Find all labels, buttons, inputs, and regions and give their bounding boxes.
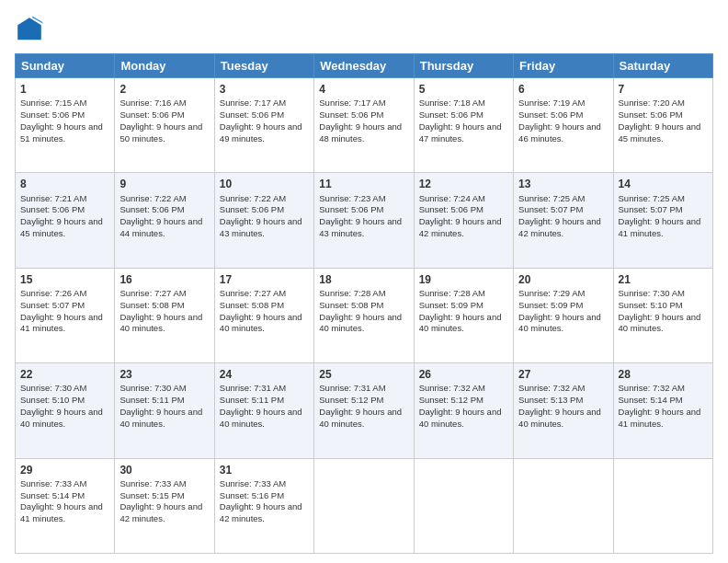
day-number: 10: [220, 177, 309, 191]
day-header-tuesday: Tuesday: [214, 54, 313, 78]
calendar-cell: 23Sunrise: 7:30 AMSunset: 5:11 PMDayligh…: [115, 363, 214, 458]
day-info: Sunrise: 7:23 AMSunset: 5:06 PMDaylight:…: [319, 193, 402, 238]
day-info: Sunrise: 7:19 AMSunset: 5:06 PMDaylight:…: [518, 98, 601, 143]
day-info: Sunrise: 7:32 AMSunset: 5:13 PMDaylight:…: [518, 383, 601, 428]
calendar-cell: 21Sunrise: 7:30 AMSunset: 5:10 PMDayligh…: [613, 268, 712, 362]
day-info: Sunrise: 7:28 AMSunset: 5:08 PMDaylight:…: [319, 288, 402, 333]
day-number: 23: [119, 367, 209, 382]
calendar-header-row: SundayMondayTuesdayWednesdayThursdayFrid…: [16, 54, 713, 78]
day-info: Sunrise: 7:15 AMSunset: 5:06 PMDaylight:…: [20, 98, 103, 143]
week-row-2: 8Sunrise: 7:21 AMSunset: 5:06 PMDaylight…: [16, 173, 713, 268]
calendar-cell: 25Sunrise: 7:31 AMSunset: 5:12 PMDayligh…: [314, 363, 414, 458]
day-header-saturday: Saturday: [613, 54, 712, 78]
calendar-cell: 22Sunrise: 7:30 AMSunset: 5:10 PMDayligh…: [16, 363, 115, 458]
day-info: Sunrise: 7:21 AMSunset: 5:06 PMDaylight:…: [20, 193, 103, 238]
calendar-cell: 27Sunrise: 7:32 AMSunset: 5:13 PMDayligh…: [514, 363, 613, 458]
day-info: Sunrise: 7:30 AMSunset: 5:10 PMDaylight:…: [619, 288, 701, 333]
day-info: Sunrise: 7:30 AMSunset: 5:11 PMDaylight:…: [119, 383, 202, 428]
calendar-cell: 11Sunrise: 7:23 AMSunset: 5:06 PMDayligh…: [314, 173, 414, 268]
calendar-cell: 30Sunrise: 7:33 AMSunset: 5:15 PMDayligh…: [115, 458, 214, 553]
day-info: Sunrise: 7:33 AMSunset: 5:16 PMDaylight:…: [220, 478, 302, 523]
day-info: Sunrise: 7:33 AMSunset: 5:14 PMDaylight:…: [20, 478, 103, 523]
logo: [15, 15, 48, 44]
calendar-cell: [514, 458, 613, 553]
week-row-5: 29Sunrise: 7:33 AMSunset: 5:14 PMDayligh…: [16, 458, 713, 553]
calendar-cell: 24Sunrise: 7:31 AMSunset: 5:11 PMDayligh…: [214, 363, 313, 458]
calendar-cell: 28Sunrise: 7:32 AMSunset: 5:14 PMDayligh…: [613, 363, 712, 458]
day-info: Sunrise: 7:22 AMSunset: 5:06 PMDaylight:…: [220, 193, 302, 238]
day-number: 7: [619, 82, 708, 97]
day-number: 12: [419, 177, 508, 191]
day-header-thursday: Thursday: [414, 54, 513, 78]
day-number: 29: [20, 463, 109, 477]
day-number: 27: [518, 367, 608, 382]
day-number: 5: [419, 82, 508, 97]
day-info: Sunrise: 7:16 AMSunset: 5:06 PMDaylight:…: [119, 98, 202, 143]
week-row-3: 15Sunrise: 7:26 AMSunset: 5:07 PMDayligh…: [16, 268, 713, 362]
calendar-cell: 5Sunrise: 7:18 AMSunset: 5:06 PMDaylight…: [414, 78, 513, 173]
day-number: 20: [518, 272, 608, 287]
day-number: 1: [20, 82, 109, 97]
day-info: Sunrise: 7:26 AMSunset: 5:07 PMDaylight:…: [20, 288, 103, 333]
day-info: Sunrise: 7:28 AMSunset: 5:09 PMDaylight:…: [419, 288, 502, 333]
day-number: 31: [220, 463, 309, 477]
day-number: 4: [319, 82, 408, 97]
day-info: Sunrise: 7:24 AMSunset: 5:06 PMDaylight:…: [419, 193, 502, 238]
day-number: 15: [20, 272, 109, 287]
day-info: Sunrise: 7:17 AMSunset: 5:06 PMDaylight:…: [319, 98, 402, 143]
day-number: 22: [20, 367, 109, 382]
day-number: 24: [220, 367, 309, 382]
calendar-cell: 6Sunrise: 7:19 AMSunset: 5:06 PMDaylight…: [514, 78, 613, 173]
day-info: Sunrise: 7:20 AMSunset: 5:06 PMDaylight:…: [619, 98, 701, 143]
day-info: Sunrise: 7:31 AMSunset: 5:12 PMDaylight:…: [319, 383, 402, 428]
calendar-cell: 1Sunrise: 7:15 AMSunset: 5:06 PMDaylight…: [16, 78, 115, 173]
day-number: 25: [319, 367, 408, 382]
day-header-monday: Monday: [115, 54, 214, 78]
calendar-cell: 2Sunrise: 7:16 AMSunset: 5:06 PMDaylight…: [115, 78, 214, 173]
day-header-sunday: Sunday: [16, 54, 115, 78]
day-info: Sunrise: 7:29 AMSunset: 5:09 PMDaylight:…: [518, 288, 601, 333]
day-info: Sunrise: 7:27 AMSunset: 5:08 PMDaylight:…: [119, 288, 202, 333]
calendar-cell: 7Sunrise: 7:20 AMSunset: 5:06 PMDaylight…: [613, 78, 712, 173]
calendar-cell: [414, 458, 513, 553]
day-number: 9: [119, 177, 209, 191]
day-number: 8: [20, 177, 109, 191]
day-number: 19: [419, 272, 508, 287]
calendar-cell: 12Sunrise: 7:24 AMSunset: 5:06 PMDayligh…: [414, 173, 513, 268]
day-info: Sunrise: 7:27 AMSunset: 5:08 PMDaylight:…: [220, 288, 302, 333]
day-info: Sunrise: 7:25 AMSunset: 5:07 PMDaylight:…: [518, 193, 601, 238]
day-number: 16: [119, 272, 209, 287]
day-number: 2: [119, 82, 209, 97]
header: [15, 15, 713, 44]
week-row-4: 22Sunrise: 7:30 AMSunset: 5:10 PMDayligh…: [16, 363, 713, 458]
day-number: 21: [619, 272, 708, 287]
day-number: 11: [319, 177, 408, 191]
calendar-cell: 31Sunrise: 7:33 AMSunset: 5:16 PMDayligh…: [214, 458, 313, 553]
day-number: 18: [319, 272, 408, 287]
calendar-cell: 15Sunrise: 7:26 AMSunset: 5:07 PMDayligh…: [16, 268, 115, 362]
day-info: Sunrise: 7:22 AMSunset: 5:06 PMDaylight:…: [119, 193, 202, 238]
page: SundayMondayTuesdayWednesdayThursdayFrid…: [0, 0, 728, 563]
day-info: Sunrise: 7:30 AMSunset: 5:10 PMDaylight:…: [20, 383, 103, 428]
calendar-cell: 13Sunrise: 7:25 AMSunset: 5:07 PMDayligh…: [514, 173, 613, 268]
day-number: 3: [220, 82, 309, 97]
day-info: Sunrise: 7:25 AMSunset: 5:07 PMDaylight:…: [619, 193, 701, 238]
day-number: 30: [119, 463, 209, 477]
calendar-cell: 20Sunrise: 7:29 AMSunset: 5:09 PMDayligh…: [514, 268, 613, 362]
day-info: Sunrise: 7:31 AMSunset: 5:11 PMDaylight:…: [220, 383, 302, 428]
day-number: 17: [220, 272, 309, 287]
calendar-cell: [613, 458, 712, 553]
calendar-cell: 18Sunrise: 7:28 AMSunset: 5:08 PMDayligh…: [314, 268, 414, 362]
day-number: 6: [518, 82, 608, 97]
calendar-cell: 8Sunrise: 7:21 AMSunset: 5:06 PMDaylight…: [16, 173, 115, 268]
calendar-cell: 19Sunrise: 7:28 AMSunset: 5:09 PMDayligh…: [414, 268, 513, 362]
day-info: Sunrise: 7:17 AMSunset: 5:06 PMDaylight:…: [220, 98, 302, 143]
calendar-cell: 4Sunrise: 7:17 AMSunset: 5:06 PMDaylight…: [314, 78, 414, 173]
calendar-cell: 16Sunrise: 7:27 AMSunset: 5:08 PMDayligh…: [115, 268, 214, 362]
calendar-cell: 14Sunrise: 7:25 AMSunset: 5:07 PMDayligh…: [613, 173, 712, 268]
svg-marker-0: [17, 17, 41, 40]
calendar-table: SundayMondayTuesdayWednesdayThursdayFrid…: [15, 53, 713, 554]
day-info: Sunrise: 7:18 AMSunset: 5:06 PMDaylight:…: [419, 98, 502, 143]
day-number: 14: [619, 177, 708, 191]
calendar-cell: 26Sunrise: 7:32 AMSunset: 5:12 PMDayligh…: [414, 363, 513, 458]
